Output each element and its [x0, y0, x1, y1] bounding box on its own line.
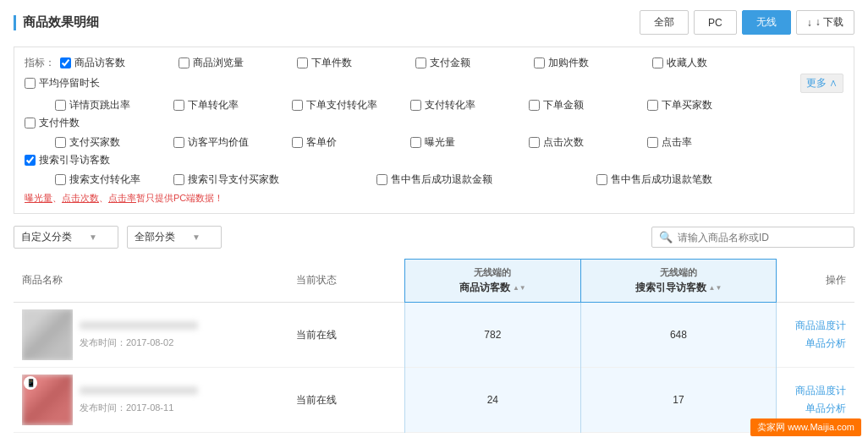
metrics-row-2: 详情页跳出率 下单转化率 下单支付转化率 支付转化率 下单金额 下单买家数 — [25, 98, 843, 130]
custom-category-select[interactable]: 自定义分类 ▼ — [14, 226, 118, 249]
metric-bounce: 详情页跳出率 — [55, 98, 173, 112]
metric-refund-cnt: 售中售后成功退款笔数 — [596, 172, 766, 187]
wireless-visitors-value-1: 782 — [484, 329, 501, 341]
wireless-search-value-2: 17 — [673, 394, 684, 406]
metric-order-rate-checkbox[interactable] — [173, 100, 184, 111]
metric-ctr-checkbox[interactable] — [647, 137, 658, 148]
metric-avg-time-checkbox[interactable] — [25, 78, 36, 89]
metric-pay-cnt: 支付件数 — [25, 116, 143, 130]
metrics-row-3: 支付买家数 访客平均价值 客单价 曝光量 点击次数 点击率 — [25, 135, 843, 167]
watermark: 卖家网 www.Maijia.com — [750, 418, 861, 436]
metric-refund-amt: 售中售后成功退款金额 — [376, 172, 546, 187]
metric-pay-buyers-checkbox[interactable] — [55, 137, 66, 148]
download-label: ↓ 下载 — [816, 15, 843, 30]
all-category-select[interactable]: 全部分类 ▼ — [127, 226, 222, 249]
metric-favorites-label: 收藏人数 — [667, 56, 707, 70]
metrics-note: 曝光量、点击次数、点击率暂只提供PC端数据！ — [25, 192, 843, 205]
metric-unit-price-label: 客单价 — [306, 135, 337, 150]
all-button[interactable]: 全部 — [640, 10, 689, 35]
wireless-button[interactable]: 无线 — [742, 10, 791, 35]
all-category-arrow: ▼ — [192, 232, 201, 242]
td-product-2: 📱 发布时间：2017-08-11 — [14, 368, 288, 433]
th-wireless-search[interactable]: 无线端的 搜索引导访客数 ▲▼ — [580, 260, 776, 303]
table-header-row: 商品名称 当前状态 无线端的 商品访客数 ▲▼ 无线端的 — [14, 260, 854, 303]
note-impressions[interactable]: 曝光量 — [25, 193, 52, 203]
product-info-1: 发布时间：2017-08-02 — [80, 321, 198, 349]
product-date-1: 发布时间：2017-08-02 — [80, 336, 198, 349]
td-wireless-visitors-2: 24 — [404, 368, 580, 433]
metric-refund-amt-checkbox[interactable] — [376, 174, 387, 185]
page-header: 商品效果明细 全部 PC 无线 ↓ ↓ 下载 — [14, 10, 854, 35]
metric-favorites-checkbox[interactable] — [652, 57, 663, 68]
metric-ctr: 点击率 — [647, 135, 766, 150]
metrics-section: 指标： 商品访客数 商品浏览量 下单件数 支付金额 加购件数 — [14, 46, 854, 214]
thermometer-link-2[interactable]: 商品温度计 — [795, 384, 846, 398]
product-thumb-1 — [22, 309, 73, 360]
metric-pay-rate-label: 下单支付转化率 — [306, 98, 377, 112]
note-ctr[interactable]: 点击率 — [108, 193, 136, 203]
metric-search-conv-label: 搜索支付转化率 — [69, 172, 140, 187]
metric-avg-value-checkbox[interactable] — [173, 137, 184, 148]
metric-clicks: 点击次数 — [529, 135, 647, 150]
metric-order-buyers-label: 下单买家数 — [662, 98, 712, 112]
metric-search-buyers-checkbox[interactable] — [173, 174, 184, 185]
metric-impressions-label: 曝光量 — [425, 135, 455, 150]
metric-bounce-checkbox[interactable] — [55, 100, 66, 111]
metric-cart-checkbox[interactable] — [534, 57, 545, 68]
metric-unit-price-checkbox[interactable] — [292, 137, 303, 148]
metric-clicks-label: 点击次数 — [543, 135, 584, 150]
td-status-1: 当前在线 — [288, 303, 405, 368]
metric-order-buyers-checkbox[interactable] — [647, 100, 658, 111]
metric-payment: 支付金额 — [415, 56, 534, 70]
th-actions: 操作 — [777, 260, 855, 303]
metric-pay-cnt-label: 支付件数 — [39, 116, 80, 130]
th-wireless-search-main: 搜索引导访客数 ▲▼ — [635, 281, 722, 295]
download-icon: ↓ — [807, 17, 812, 29]
metric-visitors: 商品访客数 — [60, 56, 179, 70]
metrics-row-1: 指标： 商品访客数 商品浏览量 下单件数 支付金额 加购件数 — [25, 56, 843, 93]
download-button[interactable]: ↓ ↓ 下载 — [796, 10, 854, 35]
metric-pay-rate-checkbox[interactable] — [292, 100, 303, 111]
metric-clicks-checkbox[interactable] — [529, 137, 540, 148]
data-table: 商品名称 当前状态 无线端的 商品访客数 ▲▼ 无线端的 — [14, 259, 854, 433]
metric-payment-checkbox[interactable] — [415, 57, 426, 68]
metric-search-visitors-checkbox[interactable] — [25, 155, 36, 166]
metric-visitors-checkbox[interactable] — [60, 57, 71, 68]
metric-pay-cnt-checkbox[interactable] — [25, 118, 36, 129]
th-wireless-search-inner: 无线端的 搜索引导访客数 ▲▼ — [590, 266, 767, 295]
metrics-more-button[interactable]: 更多 ∧ — [800, 74, 843, 93]
metric-avg-value: 访客平均价值 — [173, 135, 292, 150]
table-row: 发布时间：2017-08-02 当前在线 782 648 商品温度计 单品分析 — [14, 303, 854, 368]
metric-refund-cnt-label: 售中售后成功退款笔数 — [611, 172, 712, 187]
metric-orders-label: 下单件数 — [311, 56, 352, 70]
metric-search-buyers: 搜索引导支付买家数 — [173, 172, 326, 187]
sort-visitors-icon[interactable]: ▲▼ — [513, 285, 526, 292]
metric-search-conv-checkbox[interactable] — [55, 174, 66, 185]
note-clicks[interactable]: 点击次数 — [62, 193, 99, 203]
metric-payment-label: 支付金额 — [430, 56, 470, 70]
metric-orders-checkbox[interactable] — [297, 57, 308, 68]
pc-button[interactable]: PC — [694, 10, 737, 35]
th-wireless-visitors[interactable]: 无线端的 商品访客数 ▲▼ — [404, 260, 580, 303]
analysis-link-1[interactable]: 单品分析 — [805, 336, 846, 351]
thermometer-link-1[interactable]: 商品温度计 — [795, 319, 846, 333]
metric-search-visitors-label: 搜索引导访客数 — [39, 153, 110, 167]
metric-search-visitors: 搜索引导访客数 — [25, 153, 143, 167]
metric-pay-conv: 支付转化率 — [410, 98, 529, 112]
sort-search-icon[interactable]: ▲▼ — [709, 285, 722, 292]
metric-impressions-checkbox[interactable] — [410, 137, 421, 148]
product-image-1 — [22, 309, 73, 360]
search-input[interactable] — [678, 232, 847, 243]
custom-category-label: 自定义分类 — [21, 230, 72, 244]
td-product-1: 发布时间：2017-08-02 — [14, 303, 288, 368]
metric-pay-buyers-label: 支付买家数 — [69, 135, 120, 150]
metric-refund-cnt-checkbox[interactable] — [596, 174, 607, 185]
page-title: 商品效果明细 — [23, 14, 99, 30]
metric-order-amt-checkbox[interactable] — [529, 100, 540, 111]
metric-ctr-label: 点击率 — [662, 135, 692, 150]
metric-pay-conv-checkbox[interactable] — [410, 100, 421, 111]
metric-views-checkbox[interactable] — [179, 57, 190, 68]
analysis-link-2[interactable]: 单品分析 — [805, 402, 846, 416]
metric-visitors-label: 商品访客数 — [74, 56, 125, 70]
wireless-search-value-1: 648 — [670, 329, 687, 341]
